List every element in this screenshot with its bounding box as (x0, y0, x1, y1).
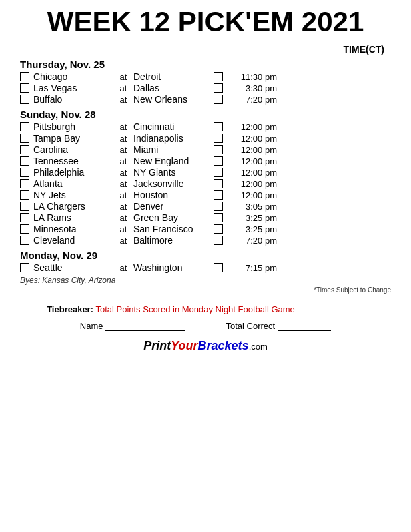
home-team: Philadelphia (33, 167, 113, 178)
at-label: at (113, 95, 133, 105)
away-team: Washington (133, 262, 214, 273)
game-row: Pittsburgh at Cincinnati 12:00 pm (20, 121, 391, 132)
away-checkbox[interactable] (214, 156, 223, 166)
home-checkbox[interactable] (20, 134, 29, 143)
game-time: 7:20 pm (227, 236, 277, 246)
game-time: 7:20 pm (227, 95, 277, 105)
home-checkbox[interactable] (20, 213, 29, 222)
game-row: LA Rams at Green Bay 3:25 pm (20, 212, 391, 223)
at-label: at (113, 145, 133, 155)
away-checkbox[interactable] (214, 72, 223, 81)
away-checkbox[interactable] (214, 202, 223, 211)
away-checkbox[interactable] (214, 168, 223, 177)
game-row: Minnesota at San Francisco 3:25 pm (20, 224, 391, 234)
brand-com: .com (249, 342, 268, 352)
home-team: LA Chargers (33, 201, 113, 212)
game-time: 3:25 pm (227, 224, 277, 234)
game-time: 3:30 pm (227, 83, 277, 93)
at-label: at (113, 224, 133, 234)
home-checkbox[interactable] (20, 72, 29, 81)
game-time: 12:00 pm (227, 190, 277, 200)
game-time: 12:00 pm (227, 168, 277, 178)
game-time: 3:25 pm (227, 213, 277, 223)
at-label: at (113, 202, 133, 212)
home-checkbox[interactable] (20, 190, 29, 200)
game-row: Seattle at Washington 7:15 pm (20, 262, 391, 273)
game-time: 12:00 pm (227, 156, 277, 166)
byes-text: Byes: Kansas City, Arizona (20, 276, 391, 285)
game-row: Chicago at Detroit 11:30 pm (20, 71, 391, 82)
away-team: Green Bay (133, 212, 214, 223)
away-checkbox[interactable] (214, 122, 223, 131)
away-team: Indianapolis (133, 133, 214, 144)
home-checkbox[interactable] (20, 122, 29, 131)
at-label: at (113, 190, 133, 200)
home-checkbox[interactable] (20, 263, 29, 272)
home-team: Cleveland (33, 235, 113, 246)
away-checkbox[interactable] (214, 190, 223, 200)
subject-to-change-text: *Times Subject to Change (20, 286, 391, 294)
home-checkbox[interactable] (20, 83, 29, 93)
at-label: at (113, 179, 133, 189)
home-checkbox[interactable] (20, 236, 29, 245)
away-team: Baltimore (133, 235, 214, 246)
game-time: 12:00 pm (227, 179, 277, 189)
home-checkbox[interactable] (20, 156, 29, 166)
home-team: NY Jets (33, 190, 113, 200)
home-team: LA Rams (33, 212, 113, 223)
game-row: LA Chargers at Denver 3:05 pm (20, 201, 391, 212)
section-header: Monday, Nov. 29 (20, 250, 391, 261)
total-correct-field: Total Correct (226, 321, 331, 331)
away-checkbox[interactable] (214, 83, 223, 93)
home-team: Seattle (33, 262, 113, 273)
game-row: NY Jets at Houston 12:00 pm (20, 190, 391, 200)
away-team: Denver (133, 201, 214, 212)
game-row: Atlanta at Jacksonville 12:00 pm (20, 178, 391, 189)
game-row: Carolina at Miami 12:00 pm (20, 144, 391, 155)
away-checkbox[interactable] (214, 236, 223, 245)
away-checkbox[interactable] (214, 95, 223, 104)
brand-brackets: Brackets (198, 339, 249, 352)
home-checkbox[interactable] (20, 202, 29, 211)
home-checkbox[interactable] (20, 179, 29, 188)
section-header: Sunday, Nov. 28 (20, 109, 391, 120)
at-label: at (113, 72, 133, 82)
home-checkbox[interactable] (20, 224, 29, 234)
away-checkbox[interactable] (214, 213, 223, 222)
away-team: Jacksonville (133, 178, 214, 189)
away-checkbox[interactable] (214, 224, 223, 234)
game-time: 3:05 pm (227, 202, 277, 212)
game-time: 12:00 pm (227, 134, 277, 144)
away-team: Houston (133, 190, 214, 200)
page-title: WEEK 12 PICK'EM 2021 (13, 7, 398, 37)
game-row: Philadelphia at NY Giants 12:00 pm (20, 167, 391, 178)
game-time: 7:15 pm (227, 263, 277, 273)
away-team: Dallas (133, 83, 214, 93)
away-team: New England (133, 156, 214, 166)
away-checkbox[interactable] (214, 263, 223, 272)
home-team: Chicago (33, 71, 113, 82)
home-team: Las Vegas (33, 83, 113, 93)
home-team: Tampa Bay (33, 133, 113, 144)
away-team: New Orleans (133, 94, 214, 105)
away-team: Detroit (133, 71, 214, 82)
name-total-section: Name Total Correct (20, 321, 391, 331)
away-checkbox[interactable] (214, 145, 223, 154)
away-checkbox[interactable] (214, 134, 223, 143)
home-checkbox[interactable] (20, 95, 29, 104)
section-header: Thursday, Nov. 25 (20, 59, 391, 70)
away-checkbox[interactable] (214, 179, 223, 188)
game-row: Tennessee at New England 12:00 pm (20, 156, 391, 166)
at-label: at (113, 263, 133, 273)
home-checkbox[interactable] (20, 168, 29, 177)
home-team: Atlanta (33, 178, 113, 189)
home-team: Tennessee (33, 156, 113, 166)
at-label: at (113, 213, 133, 223)
game-row: Cleveland at Baltimore 7:20 pm (20, 235, 391, 246)
away-team: Cincinnati (133, 121, 214, 132)
home-checkbox[interactable] (20, 145, 29, 154)
game-time: 12:00 pm (227, 122, 277, 132)
game-row: Tampa Bay at Indianapolis 12:00 pm (20, 133, 391, 144)
home-team: Carolina (33, 144, 113, 155)
game-row: Buffalo at New Orleans 7:20 pm (20, 94, 391, 105)
